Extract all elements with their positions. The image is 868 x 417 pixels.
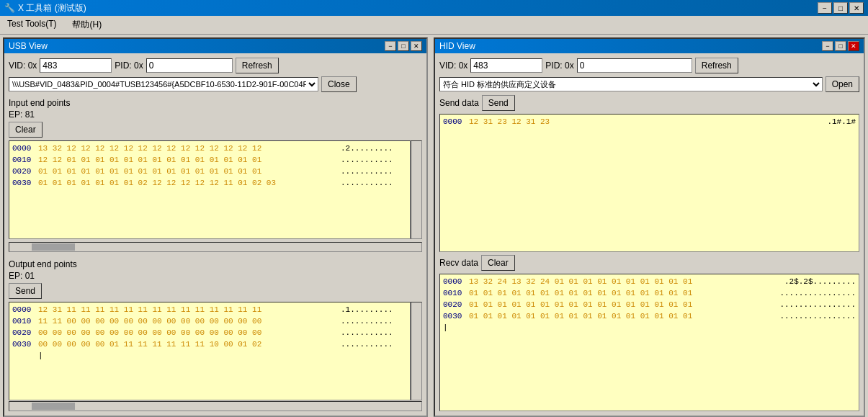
table-row: 0000 13 32 12 12 12 12 12 12 12 12 12 12…	[12, 143, 407, 154]
hid-panel-title-buttons: − □ ✕	[822, 41, 859, 51]
usb-device-select[interactable]: \\\USB#VID_0483&PID_0004#TUSB123456#{A5D…	[9, 77, 318, 91]
hid-pid-label: PID: 0x	[545, 60, 573, 71]
title-bar: 🔧 X 工具箱 (测试版) − □ ✕	[0, 0, 868, 16]
hid-vid-label: VID: 0x	[439, 60, 467, 71]
hid-pid-input[interactable]	[577, 58, 692, 73]
hid-vid-input[interactable]	[470, 58, 542, 73]
input-ep-row: EP: 81	[9, 109, 422, 120]
output-send-row: Send	[9, 283, 422, 299]
hid-minimize-button[interactable]: −	[822, 41, 833, 51]
app-icon: 🔧	[4, 3, 15, 13]
hid-open-button[interactable]: Open	[826, 76, 859, 92]
table-row: 0010 01 01 01 01 01 01 01 01 01 01 01 01…	[443, 287, 856, 299]
output-send-button[interactable]: Send	[9, 283, 42, 299]
input-hex-wrapper: 0000 13 32 12 12 12 12 12 12 12 12 12 12…	[9, 140, 422, 239]
output-hex-area[interactable]: 0000 12 31 11 11 11 11 11 11 11 11 11 11…	[9, 302, 411, 400]
input-hex-area[interactable]: 0000 13 32 12 12 12 12 12 12 12 12 12 12…	[9, 140, 411, 239]
table-row: 0030 00 00 00 00 00 01 11 11 11 11 11 11…	[12, 338, 407, 350]
hid-close-button[interactable]: ✕	[848, 41, 859, 51]
output-section-label: Output end points	[9, 259, 422, 269]
hid-send-hex-area[interactable]: 0000 12 31 23 12 31 23 .1#.1#	[439, 114, 859, 252]
hid-recv-section-row: Recv data Clear	[439, 255, 859, 271]
output-cursor-line	[12, 350, 407, 362]
hid-view-panel: HID View − □ ✕ VID: 0x PID: 0x Refresh 符…	[434, 37, 865, 417]
menu-help[interactable]: 帮助(H)	[68, 17, 106, 32]
usb-panel-content: VID: 0x PID: 0x Refresh \\\USB#VID_0483&…	[4, 53, 426, 416]
usb-maximize-button[interactable]: □	[398, 41, 409, 51]
hid-send-hex-wrapper: 0000 12 31 23 12 31 23 .1#.1#	[439, 114, 859, 252]
table-row: 0030 01 01 01 01 01 01 01 01 01 01 01 01…	[443, 310, 856, 322]
output-scrollbar[interactable]	[411, 302, 422, 400]
hid-refresh-button[interactable]: Refresh	[695, 58, 738, 73]
main-area: USB View − □ ✕ VID: 0x PID: 0x Refresh \…	[0, 35, 868, 417]
input-ep-label: EP: 81	[9, 109, 35, 120]
title-bar-buttons: − □ ✕	[818, 2, 864, 14]
usb-refresh-button[interactable]: Refresh	[236, 58, 279, 73]
hid-panel-title: HID View − □ ✕	[435, 39, 864, 53]
table-row: 0020 00 00 00 00 00 00 00 00 00 00 00 00…	[12, 327, 407, 338]
hid-recv-hex-area[interactable]: 0000 13 32 24 13 32 24 01 01 01 01 01 01…	[439, 274, 859, 412]
table-row: 0000 13 32 24 13 32 24 01 01 01 01 01 01…	[443, 276, 856, 287]
usb-pid-label: PID: 0x	[115, 60, 143, 71]
usb-vid-label: VID: 0x	[9, 60, 37, 71]
hid-send-section-label: Send data	[439, 98, 479, 108]
hid-device-select[interactable]: 符合 HID 标准的供应商定义设备	[439, 77, 823, 91]
usb-device-row: \\\USB#VID_0483&PID_0004#TUSB123456#{A5D…	[9, 76, 422, 92]
menu-bar: Test Tools(T) 帮助(H)	[0, 16, 868, 35]
table-row: 0000 12 31 11 11 11 11 11 11 11 11 11 11…	[12, 304, 407, 315]
input-clear-row: Clear	[9, 122, 422, 138]
usb-panel-title-label: USB View	[9, 41, 48, 51]
table-row: 0020 01 01 01 01 01 01 01 01 01 01 01 01…	[443, 299, 856, 310]
output-ep-row: EP: 01	[9, 271, 422, 281]
hid-send-section-row: Send data Send	[439, 95, 859, 111]
usb-close-button[interactable]: ✕	[411, 41, 422, 51]
maximize-button[interactable]: □	[833, 2, 848, 14]
hid-recv-cursor-line: |	[443, 322, 856, 333]
menu-test-tools[interactable]: Test Tools(T)	[3, 17, 61, 32]
input-section-label: Input end points	[9, 98, 422, 108]
table-row: 0010 12 12 01 01 01 01 01 01 01 01 01 01…	[12, 154, 407, 166]
usb-minimize-button[interactable]: −	[385, 41, 396, 51]
usb-pid-input[interactable]	[146, 58, 233, 73]
output-hscrollbar[interactable]	[9, 401, 422, 411]
hid-device-row: 符合 HID 标准的供应商定义设备 Open	[439, 76, 859, 92]
usb-close-button[interactable]: Close	[321, 76, 357, 92]
output-ep-label: EP: 01	[9, 271, 35, 281]
minimize-button[interactable]: −	[818, 2, 832, 14]
table-row: 0030 01 01 01 01 01 01 01 02 12 12 12 12…	[12, 177, 407, 189]
input-clear-button[interactable]: Clear	[9, 122, 42, 138]
hid-vid-pid-row: VID: 0x PID: 0x Refresh	[439, 58, 859, 73]
hid-panel-content: VID: 0x PID: 0x Refresh 符合 HID 标准的供应商定义设…	[435, 53, 864, 416]
input-scrollbar[interactable]	[411, 140, 422, 239]
hid-send-button[interactable]: Send	[482, 95, 515, 111]
hid-recv-section-label: Recv data	[439, 258, 478, 268]
usb-vid-input[interactable]	[40, 58, 112, 73]
usb-view-panel: USB View − □ ✕ VID: 0x PID: 0x Refresh \…	[3, 37, 428, 417]
hid-panel-title-label: HID View	[439, 41, 475, 51]
close-button[interactable]: ✕	[849, 2, 864, 14]
hid-recv-hex-wrapper: 0000 13 32 24 13 32 24 01 01 01 01 01 01…	[439, 274, 859, 412]
input-hscrollbar[interactable]	[9, 242, 422, 252]
app-title: X 工具箱 (测试版)	[18, 2, 86, 14]
usb-vid-pid-row: VID: 0x PID: 0x Refresh	[9, 58, 422, 73]
usb-panel-title-buttons: − □ ✕	[385, 41, 422, 51]
hid-maximize-button[interactable]: □	[835, 41, 846, 51]
output-hex-wrapper: 0000 12 31 11 11 11 11 11 11 11 11 11 11…	[9, 302, 422, 400]
usb-panel-title: USB View − □ ✕	[4, 39, 426, 53]
table-row: 0020 01 01 01 01 01 01 01 01 01 01 01 01…	[12, 166, 407, 177]
table-row: 0010 11 11 00 00 00 00 00 00 00 00 00 00…	[12, 315, 407, 327]
hid-clear-button[interactable]: Clear	[481, 255, 515, 271]
table-row: 0000 12 31 23 12 31 23 .1#.1#	[443, 116, 856, 127]
